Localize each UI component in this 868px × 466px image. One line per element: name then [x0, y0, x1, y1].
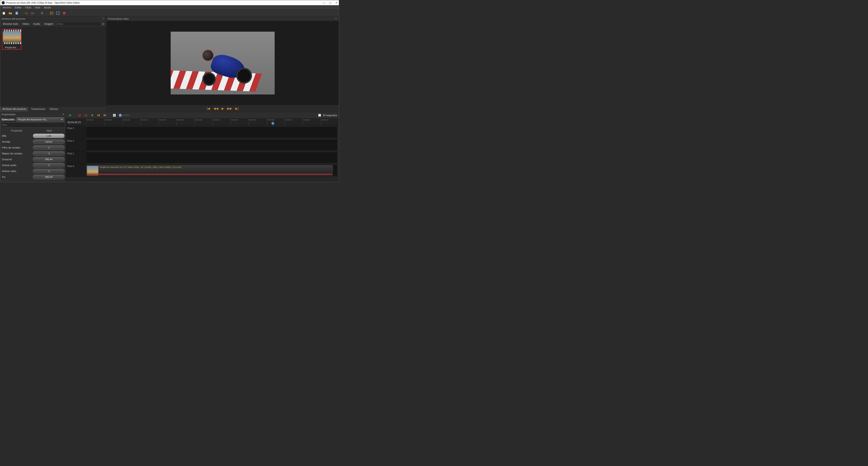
- timeline-clip[interactable]: People Are Awesome Vol. #2 ( Video 2160p…: [86, 165, 333, 175]
- svg-point-17: [114, 115, 115, 116]
- properties-header-prop: Propiedad: [0, 129, 33, 132]
- project-file-item[interactable]: People Are ...: [2, 29, 22, 50]
- minimize-button[interactable]: —: [322, 1, 325, 4]
- ruler-tick: 00:01:30: [141, 118, 158, 126]
- app-window: Proyecto sin título [4K UHD 2160p 24 fps…: [0, 0, 339, 182]
- titlebar: Proyecto sin título [4K UHD 2160p 24 fps…: [0, 0, 339, 5]
- jump-start-button[interactable]: |◀: [207, 107, 210, 110]
- import-files-button[interactable]: [39, 11, 44, 15]
- video-frame: [170, 32, 275, 94]
- property-row: Filtro de canales-1: [0, 145, 66, 151]
- svg-rect-9: [51, 13, 52, 13]
- svg-rect-3: [16, 13, 18, 14]
- ruler-tick: 00:00:30: [104, 118, 122, 126]
- project-files-title: Archivos del proyecto: [2, 18, 25, 20]
- tab-project-files[interactable]: Archivos del proyecto: [0, 107, 29, 112]
- snap-checkbox[interactable]: [318, 114, 321, 117]
- property-value[interactable]: 390,44: [33, 175, 65, 179]
- filter-image[interactable]: Imagen: [42, 22, 55, 26]
- property-value[interactable]: 1,00: [33, 133, 65, 138]
- maximize-button[interactable]: ▢: [329, 1, 331, 4]
- track-label-2[interactable]: Pista 2: [66, 139, 86, 151]
- track-body-2[interactable]: [86, 139, 338, 151]
- open-project-button[interactable]: [8, 11, 13, 15]
- properties-undock-icon[interactable]: ⠿: [62, 113, 64, 116]
- tab-transitions[interactable]: Transiciones: [29, 107, 48, 112]
- tab-effects[interactable]: Efectos: [48, 107, 61, 112]
- chevron-down-icon: ▾: [61, 118, 63, 121]
- property-name: Mapeo de canales: [0, 152, 32, 155]
- window-title: Proyecto sin título [4K UHD 2160p 24 fps…: [6, 1, 322, 4]
- timeline-ruler[interactable]: 00:00:0000:00:3000:01:0000:01:3000:02:00…: [86, 118, 339, 126]
- property-name: Activar audio: [0, 164, 32, 166]
- undo-button[interactable]: [24, 11, 29, 15]
- ruler-tick: 00:01:00: [122, 118, 141, 126]
- menu-vista[interactable]: Vista: [33, 6, 42, 9]
- preview-viewport[interactable]: [106, 21, 339, 105]
- track-body-3[interactable]: [86, 127, 338, 138]
- property-name: Filtro de canales: [0, 146, 32, 149]
- add-track-button[interactable]: [68, 113, 72, 118]
- track-body-1[interactable]: [86, 152, 338, 163]
- property-value[interactable]: -1: [33, 163, 65, 167]
- menubar: Archivo Editar Título Vista Ayuda: [0, 5, 339, 10]
- project-files-undock-icon[interactable]: ⠿: [102, 17, 105, 21]
- menu-editar[interactable]: Editar: [13, 6, 23, 9]
- new-project-button[interactable]: [2, 11, 6, 15]
- snap-duration-label: 30 segundos: [323, 114, 337, 117]
- bottom-area: Propiedades ⠿ Selección: People Are Awes…: [0, 112, 339, 182]
- project-files-panel: Archivos del proyecto ⠿ Mostrar todo Vid…: [0, 17, 106, 112]
- property-value[interactable]: 390,44: [33, 157, 65, 162]
- properties-filter-input[interactable]: [1, 123, 65, 127]
- track-label-0[interactable]: Pista 0: [66, 164, 86, 177]
- property-row: Duración390,44: [0, 156, 66, 162]
- ruler-tick: 00:04:30: [249, 118, 267, 126]
- property-row: Alfa1,00: [0, 133, 66, 139]
- center-playhead-button[interactable]: [112, 113, 117, 118]
- filter-audio[interactable]: Audio: [31, 22, 42, 26]
- clear-filter-icon[interactable]: ⊗: [101, 22, 105, 26]
- svg-rect-6: [41, 13, 43, 13]
- track-label-1[interactable]: Pista 1: [66, 151, 86, 164]
- selection-combo[interactable]: People Are Awesome Vol... ▾: [17, 117, 64, 122]
- property-value[interactable]: -1: [33, 145, 65, 150]
- properties-title: Propiedades: [2, 113, 16, 116]
- ruler-tick: 00:05:30: [285, 118, 303, 126]
- play-button[interactable]: ▶: [221, 107, 224, 110]
- menu-ayuda[interactable]: Ayuda: [42, 6, 53, 9]
- track-body-0[interactable]: People Are Awesome Vol. #2 ( Video 2160p…: [86, 164, 338, 176]
- filter-show-all[interactable]: Mostrar todo: [1, 22, 20, 26]
- export-button[interactable]: [62, 11, 67, 15]
- jump-end-button[interactable]: ▶|: [235, 107, 239, 110]
- property-row: Activar audio-1: [0, 162, 66, 168]
- zoom-slider[interactable]: [118, 115, 129, 116]
- svg-rect-10: [57, 12, 59, 14]
- ruler-tick: 00:06:00: [303, 118, 321, 126]
- ruler-tick: 00:00:00: [86, 118, 104, 126]
- project-files-body[interactable]: People Are ...: [0, 27, 106, 106]
- property-row: Mapeo de canales-1: [0, 151, 66, 156]
- redo-button[interactable]: [30, 11, 35, 15]
- menu-titulo[interactable]: Título: [23, 6, 33, 9]
- track-label-3[interactable]: Pista 3: [66, 126, 86, 138]
- save-project-button[interactable]: [14, 11, 19, 15]
- timeline-tracks[interactable]: Pista 3 Pista 2 Pista 1 Pista 0: [66, 126, 339, 182]
- razor-button[interactable]: [84, 113, 88, 118]
- next-marker-button[interactable]: [102, 113, 107, 118]
- prev-marker-button[interactable]: [96, 113, 101, 118]
- close-button[interactable]: ✕: [336, 1, 338, 4]
- menu-archivo[interactable]: Archivo: [1, 6, 13, 9]
- filter-video[interactable]: Video: [20, 22, 31, 26]
- property-value[interactable]: Lienzo: [33, 139, 65, 144]
- preview-undock-icon[interactable]: ⠿: [335, 17, 338, 21]
- add-marker-button[interactable]: [90, 113, 95, 118]
- project-files-filter-input[interactable]: [57, 22, 101, 26]
- snap-button[interactable]: [77, 113, 82, 118]
- rewind-button[interactable]: ◀◀: [213, 107, 218, 110]
- fast-forward-button[interactable]: ▶▶: [227, 107, 232, 110]
- property-value[interactable]: -1: [33, 169, 65, 173]
- property-value[interactable]: -1: [33, 151, 65, 156]
- fullscreen-button[interactable]: [55, 11, 60, 15]
- profile-button[interactable]: [49, 11, 54, 15]
- main-toolbar: [0, 10, 339, 17]
